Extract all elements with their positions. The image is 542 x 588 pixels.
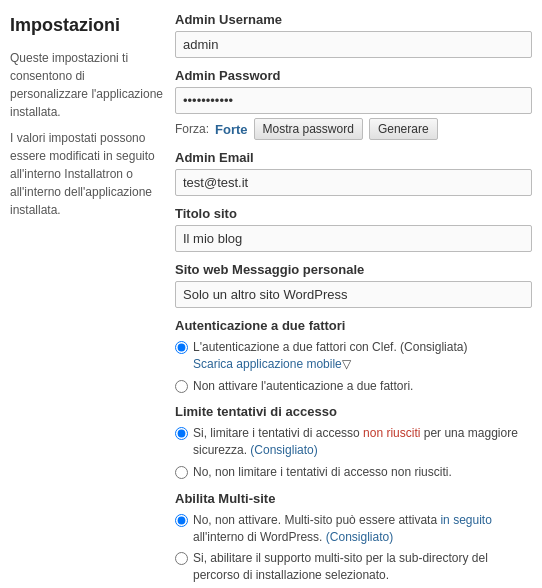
autenticazione-option1: L'autenticazione a due fattori con Clef.… <box>175 339 532 373</box>
limite-option1: Si, limitare i tentativi di accesso non … <box>175 425 532 459</box>
multisite-radio1[interactable] <box>175 514 188 527</box>
admin-password-input[interactable] <box>175 87 532 114</box>
limite-text1: Si, limitare i tentativi di accesso non … <box>193 425 532 459</box>
forza-value: Forte <box>215 122 248 137</box>
consigliato-link2[interactable]: (Consigliato) <box>326 530 393 544</box>
sidebar: Impostazioni Queste impostazioni ti cons… <box>10 12 165 588</box>
scarica-applicazione-link[interactable]: Scarica applicazione mobile <box>193 357 342 371</box>
mostra-password-button[interactable]: Mostra password <box>254 118 363 140</box>
multisite-text2: Si, abilitare il supporto multi-sito per… <box>193 550 532 584</box>
multisite-group: Abilita Multi-site No, non attivare. Mul… <box>175 491 532 584</box>
autenticazione-text2: Non attivare l'autenticazione a due fatt… <box>193 378 413 395</box>
forza-label: Forza: <box>175 122 209 136</box>
limite-radio1[interactable] <box>175 427 188 440</box>
titolo-sito-input[interactable] <box>175 225 532 252</box>
admin-username-input[interactable] <box>175 31 532 58</box>
titolo-sito-group: Titolo sito <box>175 206 532 252</box>
autenticazione-group: Autenticazione a due fattori L'autentica… <box>175 318 532 394</box>
generare-button[interactable]: Generare <box>369 118 438 140</box>
limite-label: Limite tentativi di accesso <box>175 404 532 419</box>
multisite-label: Abilita Multi-site <box>175 491 532 506</box>
sito-web-group: Sito web Messaggio personale <box>175 262 532 308</box>
limite-group: Limite tentativi di accesso Si, limitare… <box>175 404 532 480</box>
sidebar-desc1: Queste impostazioni ti consentono di per… <box>10 49 165 121</box>
admin-username-label: Admin Username <box>175 12 532 27</box>
consigliato-link1[interactable]: (Consigliato) <box>250 443 317 457</box>
multisite-text1: No, non attivare. Multi-sito può essere … <box>193 512 532 546</box>
limite-highlight: non riusciti <box>363 426 420 440</box>
limite-radio2[interactable] <box>175 466 188 479</box>
autenticazione-radio2[interactable] <box>175 380 188 393</box>
sito-web-input[interactable] <box>175 281 532 308</box>
multisite-option2: Si, abilitare il supporto multi-sito per… <box>175 550 532 584</box>
admin-password-label: Admin Password <box>175 68 532 83</box>
autenticazione-radio1[interactable] <box>175 341 188 354</box>
limite-text2: No, non limitare i tentativi di accesso … <box>193 464 452 481</box>
autenticazione-label: Autenticazione a due fattori <box>175 318 532 333</box>
admin-email-label: Admin Email <box>175 150 532 165</box>
main-content: Admin Username Admin Password Forza: For… <box>175 12 532 588</box>
sito-web-label: Sito web Messaggio personale <box>175 262 532 277</box>
autenticazione-text1: L'autenticazione a due fattori con Clef.… <box>193 339 467 373</box>
admin-username-group: Admin Username <box>175 12 532 58</box>
multisite-radio2[interactable] <box>175 552 188 565</box>
admin-email-input[interactable] <box>175 169 532 196</box>
autenticazione-option2: Non attivare l'autenticazione a due fatt… <box>175 378 532 395</box>
admin-email-group: Admin Email <box>175 150 532 196</box>
sidebar-desc2: I valori impostati possono essere modifi… <box>10 129 165 219</box>
page-title: Impostazioni <box>10 12 165 39</box>
titolo-sito-label: Titolo sito <box>175 206 532 221</box>
multisite-option1: No, non attivare. Multi-sito può essere … <box>175 512 532 546</box>
password-actions: Forza: Forte Mostra password Generare <box>175 118 532 140</box>
multisite-highlight: in seguito <box>440 513 491 527</box>
limite-option2: No, non limitare i tentativi di accesso … <box>175 464 532 481</box>
admin-password-group: Admin Password Forza: Forte Mostra passw… <box>175 68 532 140</box>
